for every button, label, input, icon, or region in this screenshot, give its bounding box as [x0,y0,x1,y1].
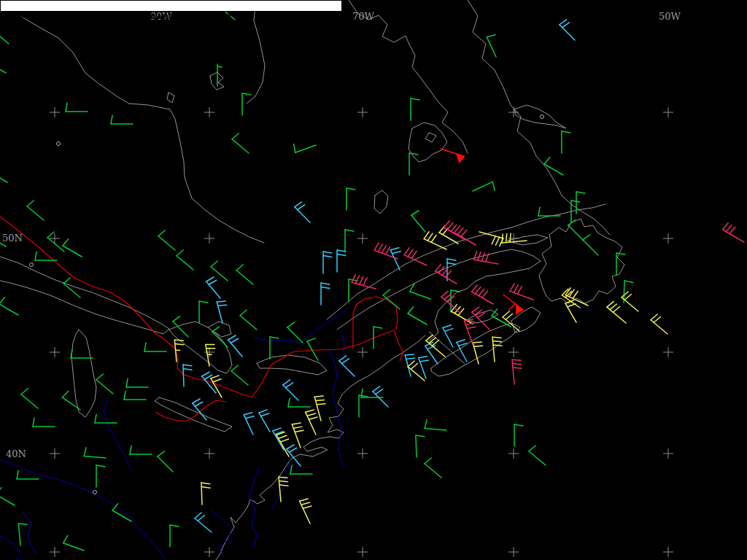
barb-10kt [411,98,419,100]
barb-10kt [213,379,221,382]
barb-10kt [443,325,451,328]
barb-10kt [175,344,184,345]
wind-barb-stations [0,0,744,551]
barb-10kt [451,290,460,292]
barb-10kt [495,237,499,245]
barb-10kt [321,283,330,284]
barb-10kt [307,413,316,416]
barb-10kt [467,327,476,328]
barb-10kt [482,291,488,298]
barb-10kt [259,410,267,413]
wind-barb [228,335,242,357]
barb-10kt [211,376,219,378]
barb-10kt [96,465,105,467]
barb-10kt [613,307,619,313]
wind-barb [510,284,533,300]
barb-10kt [408,249,413,257]
wind-barb [373,386,388,407]
grid-label: 50W [659,11,681,22]
barb-10kt [419,357,427,358]
grid-cross [50,107,60,117]
wind-barb [723,223,744,242]
wind-barb [512,359,522,384]
wind-barb [492,337,502,362]
wind-barb [66,103,88,112]
wind-barb [287,322,303,343]
barb-10kt [583,235,590,240]
coast-new-england-midatlantic [216,335,425,560]
country-borders [0,217,403,421]
wind-barb [84,448,106,458]
barb-10kt [538,207,540,216]
wind-barb [339,356,355,376]
barb-10kt [444,329,452,332]
barb-10kt [298,205,305,210]
wind-barb [447,259,456,281]
wind-barb [503,311,519,331]
barb-10kt [193,399,200,403]
barb-10kt [461,230,467,236]
lat-lon-grid: 90W70W50W50N40N [2,11,681,557]
barb-10kt [436,265,441,271]
river-champlain [341,332,344,355]
barb-10kt [457,340,465,343]
barb-10kt [427,233,433,241]
wind-barb [17,470,39,479]
barb-10kt [232,133,239,139]
barb-10kt [425,420,427,429]
barb-10kt [441,291,448,297]
barb-10kt [21,389,28,394]
wind-barb [0,488,15,505]
wind-barb [111,115,133,124]
wind-barb [174,340,183,362]
barb-10kt [63,535,68,542]
wind-barb [560,20,575,40]
coast-lake-superior [0,257,169,334]
calm-station [30,263,34,267]
barb-10kt [383,289,390,295]
coast-stlawrence-north-shore [327,204,605,319]
wind-barb [443,325,453,347]
coast-hudson-james-bay [20,16,264,243]
barb-10kt [363,278,367,286]
barb-10kt [479,289,484,295]
barb-10kt [487,35,495,37]
barb-10kt [406,358,415,359]
barb-10kt [84,448,86,456]
barb-10kt [506,234,507,243]
barb-10kt [444,221,450,228]
barb-10kt [509,304,516,310]
barb-10kt [18,524,27,524]
wind-barb [96,374,113,394]
wind-barb [295,202,310,222]
barb-10kt [317,404,325,405]
coast-lake-huron [169,322,232,373]
barb-10kt [201,483,210,484]
barb-10kt [314,396,323,397]
barb-10kt [0,298,5,304]
barb-10kt [512,359,521,360]
coast-james-island [167,93,174,103]
barb-10kt [246,416,255,419]
barb-10kt [195,513,201,518]
barb-10kt [339,356,347,361]
barb-10kt [624,295,631,300]
wind-barb [408,307,427,324]
barb-10kt [279,477,287,478]
wind-barb [607,301,626,323]
wind-barb [232,133,249,153]
wind-barb [290,465,312,474]
barb-10kt [447,223,453,230]
wind-barb [242,93,251,115]
barb-10kt [202,372,209,376]
wind-barb [33,418,55,427]
river-potomac [212,510,232,558]
barb-10kt [228,335,236,340]
barb-10kt [279,435,287,438]
barb-10kt [287,322,295,327]
grid-cross [204,448,214,459]
barb-10kt [96,374,103,380]
coast-newfoundland [539,219,624,303]
wind-barb [206,344,215,366]
barb-10kt [571,201,580,202]
